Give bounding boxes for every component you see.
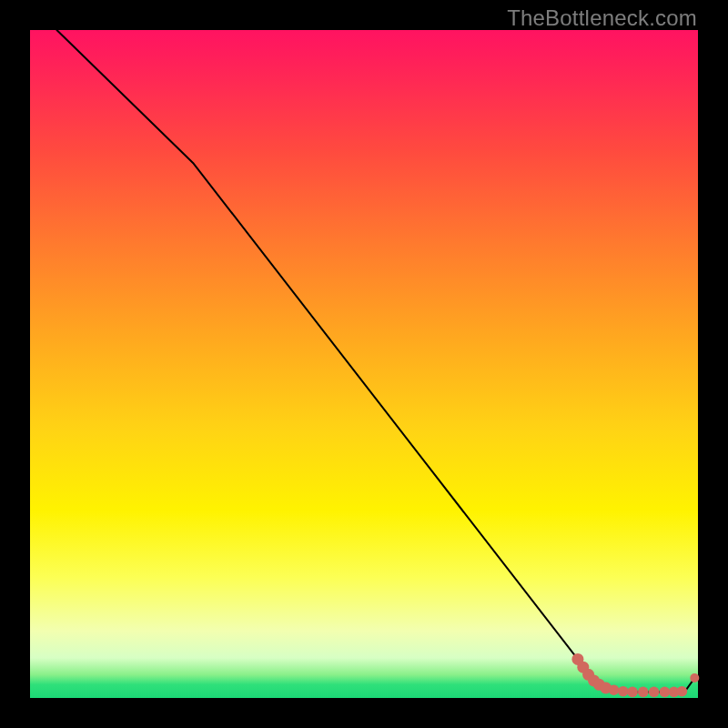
marker-dot [677,686,688,697]
chart-frame: TheBottleneck.com [0,0,728,728]
marker-dot [627,687,638,698]
marker-dot [649,687,660,698]
marker-dot [690,673,699,682]
plot-area [30,30,698,698]
marker-dot [638,687,649,698]
marker-dot [660,687,671,698]
marker-dot [618,686,629,697]
bottleneck-curve [56,30,694,692]
watermark-text: TheBottleneck.com [507,5,697,31]
marker-dot [609,684,620,695]
marker-group [571,653,699,697]
curve-svg [30,30,698,698]
